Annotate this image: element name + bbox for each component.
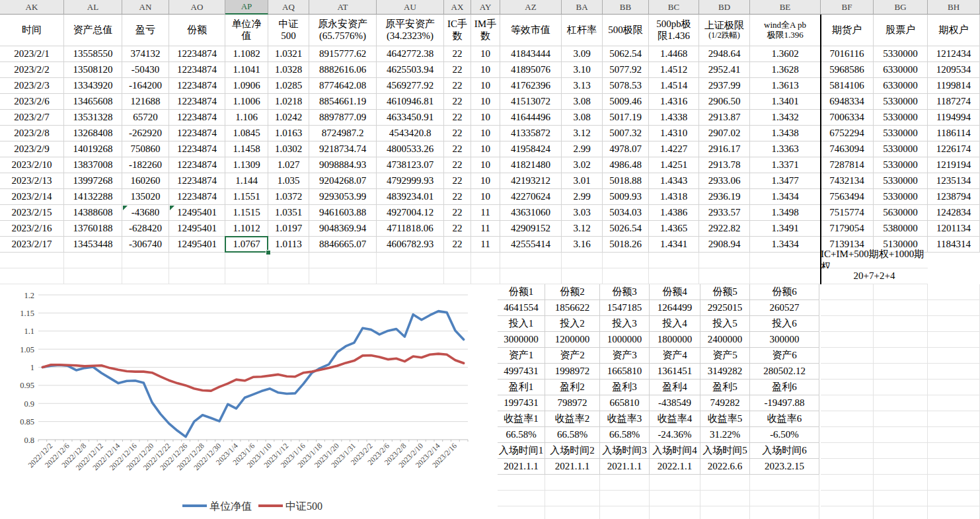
table-cell[interactable]: 1.4341 — [649, 237, 699, 253]
table-cell[interactable]: 13997268 — [64, 173, 122, 189]
table-cell[interactable]: 6330000 — [874, 78, 928, 94]
table-cell[interactable]: 2023/2/3 — [0, 78, 64, 94]
table-cell[interactable]: 3.03 — [562, 205, 603, 221]
table-cell[interactable]: 1.3491 — [750, 221, 821, 237]
table-cell[interactable]: 5330000 — [874, 157, 928, 173]
side-table-cell[interactable]: 66.58% — [545, 427, 600, 443]
side-table-cell[interactable]: 1000000 — [600, 332, 650, 348]
side-table-cell[interactable]: 749282 — [700, 395, 750, 411]
table-cell[interactable]: 2023/2/13 — [0, 173, 64, 189]
empty-cell[interactable] — [0, 253, 64, 268]
table-cell[interactable]: 12234874 — [169, 46, 225, 62]
field-header-BH[interactable]: 期权户 — [928, 15, 980, 46]
table-cell[interactable]: 11 — [471, 221, 500, 237]
net-value-chart[interactable]: 0.80.850.90.9511.051.11.151.22022/12/220… — [5, 284, 490, 519]
table-cell[interactable]: 1.3613 — [750, 78, 821, 94]
column-header-BB[interactable]: BB — [603, 0, 649, 15]
column-header-AL[interactable]: AL — [64, 0, 122, 15]
table-cell[interactable]: 12495401 — [169, 205, 225, 221]
side-table-cell[interactable]: 资产5 — [700, 348, 750, 364]
table-cell[interactable]: 2933.57 — [699, 205, 750, 221]
table-cell[interactable]: 1.0906 — [225, 78, 268, 94]
empty-cell[interactable] — [650, 491, 700, 506]
table-cell[interactable]: 1.3434 — [750, 189, 821, 205]
empty-cell[interactable] — [928, 506, 980, 519]
table-cell[interactable]: 10 — [471, 126, 500, 141]
side-table-cell[interactable]: 盈利4 — [650, 379, 700, 395]
table-cell[interactable]: 135020 — [122, 189, 169, 205]
side-table-cell[interactable]: 2021.1.1 — [545, 459, 600, 475]
table-cell[interactable]: 4633450.91 — [377, 110, 444, 126]
field-header-AN[interactable]: 盈亏 — [122, 15, 169, 46]
field-header-BE[interactable]: wind全A pb极限1.396 — [750, 15, 821, 46]
table-cell[interactable]: 41821480 — [500, 157, 562, 173]
table-cell[interactable]: 1.1309 — [225, 157, 268, 173]
table-cell[interactable]: 1.4227 — [649, 141, 699, 157]
table-cell[interactable]: 1.0372 — [268, 189, 309, 205]
empty-cell[interactable] — [874, 300, 928, 316]
table-cell[interactable]: 9218734.74 — [309, 141, 377, 157]
table-cell[interactable]: 7016116 — [821, 46, 874, 62]
table-cell[interactable]: 42909152 — [500, 221, 562, 237]
empty-cell[interactable] — [64, 268, 122, 284]
empty-cell[interactable] — [700, 475, 750, 491]
field-header-AY[interactable]: IM手数 — [471, 15, 500, 46]
empty-cell[interactable] — [874, 475, 928, 491]
table-cell[interactable]: 22 — [444, 221, 471, 237]
side-table-cell[interactable]: 份额5 — [700, 284, 750, 300]
table-cell[interactable]: 3.08 — [562, 110, 603, 126]
table-cell[interactable]: 7287814 — [821, 157, 874, 173]
side-table-cell[interactable]: 收益率2 — [545, 411, 600, 427]
table-cell[interactable]: 2908.94 — [699, 237, 750, 253]
table-cell[interactable]: 4711818.06 — [377, 221, 444, 237]
side-table-cell[interactable]: 1665810 — [600, 364, 650, 379]
side-table-cell[interactable]: 2022.6.6 — [700, 459, 750, 475]
table-cell[interactable]: 3.13 — [562, 78, 603, 94]
table-cell[interactable]: 2.99 — [562, 189, 603, 205]
table-cell[interactable]: 1.4318 — [649, 189, 699, 205]
table-cell[interactable]: 10 — [471, 141, 500, 157]
empty-cell[interactable] — [603, 268, 649, 284]
empty-cell[interactable] — [700, 491, 750, 506]
side-table-cell[interactable]: 投入1 — [498, 316, 545, 332]
empty-cell[interactable] — [750, 268, 821, 284]
table-cell[interactable]: 2023/2/16 — [0, 221, 64, 237]
table-cell[interactable]: 8854661.19 — [309, 94, 377, 110]
side-table-cell[interactable]: 入场时间1 — [498, 443, 545, 459]
table-cell[interactable]: 5018.88 — [603, 173, 649, 189]
table-cell[interactable]: 1.3438 — [750, 126, 821, 141]
column-header-AO[interactable]: AO — [169, 0, 225, 15]
table-cell[interactable]: 1.3498 — [750, 205, 821, 221]
empty-cell[interactable] — [600, 491, 650, 506]
side-table-cell[interactable]: 份额4 — [650, 284, 700, 300]
table-cell[interactable]: 3.10 — [562, 62, 603, 78]
side-table-cell[interactable]: 资产1 — [498, 348, 545, 364]
table-cell[interactable]: 2916.17 — [699, 141, 750, 157]
table-cell[interactable]: 12234874 — [169, 157, 225, 173]
side-table-cell[interactable]: 2023.2.15 — [750, 459, 819, 475]
table-cell[interactable]: 1.144 — [225, 173, 268, 189]
table-cell[interactable]: 1.3401 — [750, 94, 821, 110]
table-cell[interactable]: 1.4310 — [649, 126, 699, 141]
table-cell[interactable]: 1209534 — [928, 62, 980, 78]
table-cell[interactable]: 1.4386 — [649, 205, 699, 221]
empty-cell[interactable] — [821, 459, 874, 475]
table-cell[interactable]: -50430 — [122, 62, 169, 78]
table-cell[interactable]: 9461603.88 — [309, 205, 377, 221]
empty-cell[interactable] — [821, 332, 874, 348]
table-cell[interactable]: 9048369.94 — [309, 221, 377, 237]
table-cell[interactable]: 1.0767 — [225, 237, 268, 253]
empty-cell[interactable] — [750, 506, 819, 519]
table-cell[interactable]: 65720 — [122, 110, 169, 126]
empty-cell[interactable] — [603, 253, 649, 268]
table-cell[interactable]: 7515774 — [821, 205, 874, 221]
side-table-cell[interactable]: 入场时间3 — [600, 443, 650, 459]
column-header-BF[interactable]: BF — [821, 0, 874, 15]
column-header-AU[interactable]: AU — [377, 0, 444, 15]
empty-cell[interactable] — [874, 284, 928, 300]
table-cell[interactable]: 3.08 — [562, 94, 603, 110]
side-table-cell[interactable]: 收益率3 — [600, 411, 650, 427]
table-cell[interactable]: 1.1551 — [225, 189, 268, 205]
side-table-cell[interactable]: 入场时间6 — [750, 443, 819, 459]
side-table-cell[interactable]: -19497.88 — [750, 395, 819, 411]
